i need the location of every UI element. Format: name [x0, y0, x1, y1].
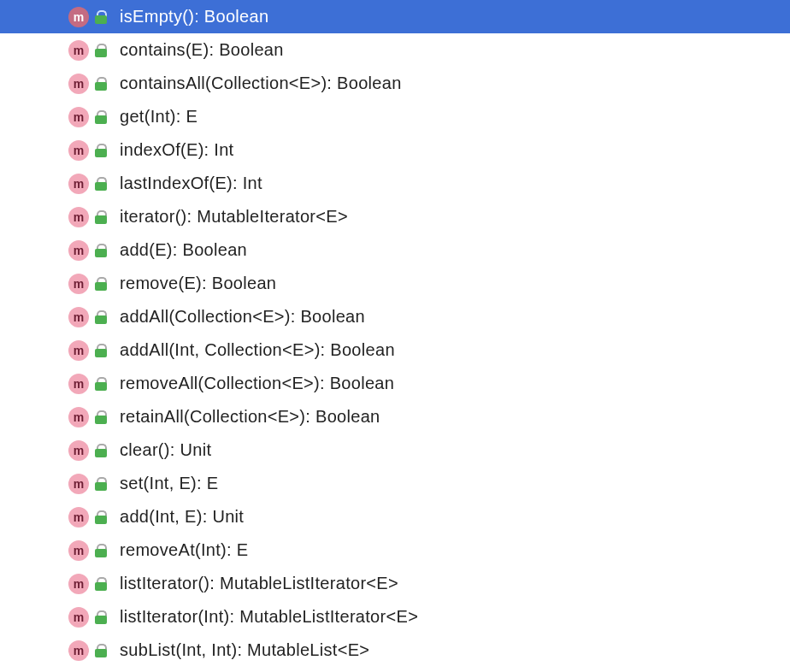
method-row[interactable]: mlastIndexOf(E): Int	[0, 167, 790, 200]
method-icon: m	[68, 174, 89, 194]
method-signature: retainAll(Collection<E>): Boolean	[115, 407, 380, 427]
row-icons: m	[68, 207, 108, 227]
method-signature: removeAt(Int): E	[115, 540, 248, 560]
visibility-lock-icon	[94, 376, 108, 392]
visibility-lock-icon	[94, 576, 108, 592]
visibility-lock-icon	[94, 176, 108, 192]
visibility-lock-icon	[94, 209, 108, 225]
method-icon: m	[68, 107, 89, 127]
method-row[interactable]: madd(Int, E): Unit	[0, 500, 790, 533]
method-icon: m	[68, 640, 89, 661]
method-row[interactable]: maddAll(Int, Collection<E>): Boolean	[0, 333, 790, 367]
row-icons: m	[68, 174, 108, 194]
visibility-lock-icon	[94, 9, 108, 25]
method-signature: containsAll(Collection<E>): Boolean	[115, 74, 402, 93]
row-icons: m	[68, 40, 108, 61]
row-icons: m	[68, 107, 108, 127]
row-icons: m	[68, 474, 108, 494]
method-signature: iterator(): MutableIterator<E>	[115, 207, 348, 227]
visibility-lock-icon	[94, 610, 108, 625]
method-icon: m	[68, 374, 89, 394]
method-icon: m	[68, 440, 89, 461]
method-icon: m	[68, 540, 89, 561]
method-signature: subList(Int, Int): MutableList<E>	[115, 640, 369, 660]
method-row[interactable]: mset(Int, E): E	[0, 467, 790, 500]
row-icons: m	[68, 340, 108, 361]
method-signature: clear(): Unit	[115, 440, 211, 460]
method-signature: removeAll(Collection<E>): Boolean	[115, 374, 394, 393]
row-icons: m	[68, 140, 108, 161]
method-row[interactable]: mcontainsAll(Collection<E>): Boolean	[0, 67, 790, 100]
visibility-lock-icon	[94, 143, 108, 158]
visibility-lock-icon	[94, 510, 108, 525]
visibility-lock-icon	[94, 443, 108, 458]
method-row[interactable]: mclear(): Unit	[0, 433, 790, 467]
method-icon: m	[68, 140, 89, 161]
method-row[interactable]: mget(Int): E	[0, 100, 790, 133]
method-signature: lastIndexOf(E): Int	[115, 174, 262, 193]
visibility-lock-icon	[94, 276, 108, 292]
visibility-lock-icon	[94, 109, 108, 125]
method-row[interactable]: maddAll(Collection<E>): Boolean	[0, 300, 790, 333]
method-signature: addAll(Collection<E>): Boolean	[115, 307, 365, 327]
method-icon: m	[68, 507, 89, 528]
row-icons: m	[68, 7, 108, 27]
method-icon: m	[68, 207, 89, 227]
method-row[interactable]: msubList(Int, Int): MutableList<E>	[0, 634, 790, 667]
method-icon: m	[68, 340, 89, 361]
method-signature: remove(E): Boolean	[115, 274, 276, 293]
method-signature: addAll(Int, Collection<E>): Boolean	[115, 340, 395, 360]
method-row[interactable]: misEmpty(): Boolean	[0, 0, 790, 33]
method-icon: m	[68, 407, 89, 427]
visibility-lock-icon	[94, 410, 108, 425]
method-icon: m	[68, 40, 89, 61]
method-signature: indexOf(E): Int	[115, 140, 233, 160]
row-icons: m	[68, 574, 108, 594]
row-icons: m	[68, 240, 108, 261]
method-signature: isEmpty(): Boolean	[115, 7, 268, 27]
method-row[interactable]: mretainAll(Collection<E>): Boolean	[0, 400, 790, 433]
method-icon: m	[68, 7, 89, 27]
method-row[interactable]: mremoveAll(Collection<E>): Boolean	[0, 367, 790, 400]
row-icons: m	[68, 540, 108, 561]
visibility-lock-icon	[94, 643, 108, 658]
method-signature: listIterator(Int): MutableListIterator<E…	[115, 607, 418, 627]
row-icons: m	[68, 440, 108, 461]
method-signature: get(Int): E	[115, 107, 198, 127]
row-icons: m	[68, 407, 108, 427]
method-signature: add(Int, E): Unit	[115, 507, 244, 527]
method-row[interactable]: madd(E): Boolean	[0, 233, 790, 267]
method-signature: listIterator(): MutableListIterator<E>	[115, 574, 398, 593]
method-icon: m	[68, 74, 89, 94]
visibility-lock-icon	[94, 243, 108, 258]
visibility-lock-icon	[94, 43, 108, 58]
method-row[interactable]: miterator(): MutableIterator<E>	[0, 200, 790, 233]
row-icons: m	[68, 607, 108, 628]
method-icon: m	[68, 307, 89, 327]
visibility-lock-icon	[94, 343, 108, 358]
method-icon: m	[68, 274, 89, 294]
method-row[interactable]: mremoveAt(Int): E	[0, 533, 790, 567]
row-icons: m	[68, 274, 108, 294]
method-row[interactable]: mindexOf(E): Int	[0, 133, 790, 167]
method-row[interactable]: mlistIterator(Int): MutableListIterator<…	[0, 600, 790, 634]
method-row[interactable]: mcontains(E): Boolean	[0, 33, 790, 67]
visibility-lock-icon	[94, 543, 108, 558]
method-icon: m	[68, 474, 89, 494]
visibility-lock-icon	[94, 476, 108, 492]
method-signature: add(E): Boolean	[115, 240, 247, 260]
method-icon: m	[68, 607, 89, 628]
visibility-lock-icon	[94, 309, 108, 325]
method-list: misEmpty(): Booleanmcontains(E): Boolean…	[0, 0, 790, 667]
method-signature: contains(E): Boolean	[115, 40, 284, 60]
row-icons: m	[68, 640, 108, 661]
row-icons: m	[68, 507, 108, 528]
row-icons: m	[68, 307, 108, 327]
method-row[interactable]: mremove(E): Boolean	[0, 267, 790, 300]
row-icons: m	[68, 374, 108, 394]
method-icon: m	[68, 240, 89, 261]
method-row[interactable]: mlistIterator(): MutableListIterator<E>	[0, 567, 790, 600]
row-icons: m	[68, 74, 108, 94]
method-icon: m	[68, 574, 89, 594]
method-signature: set(Int, E): E	[115, 474, 218, 493]
